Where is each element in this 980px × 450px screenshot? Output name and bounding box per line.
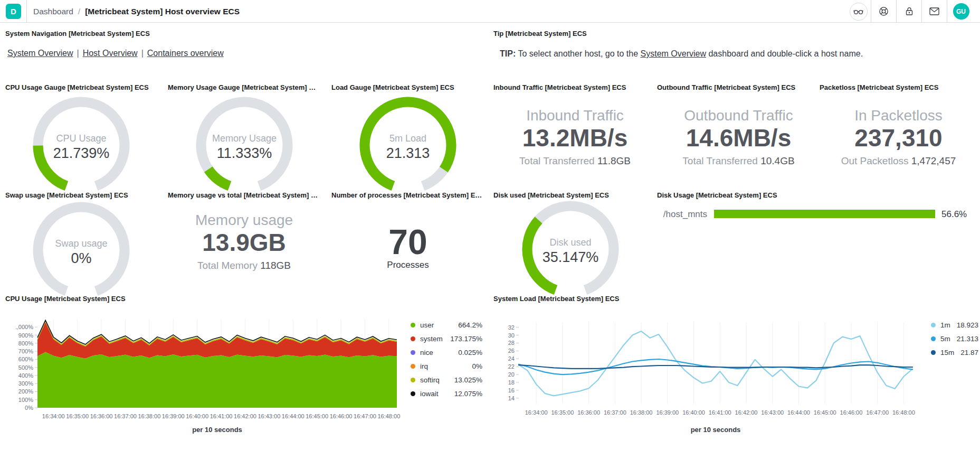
legend-value: 0.025% [458, 349, 482, 357]
legend-label: 5m [940, 335, 950, 343]
svg-text:0%: 0% [25, 405, 33, 411]
svg-text:16:38:00: 16:38:00 [630, 409, 653, 416]
svg-text:16:35:00: 16:35:00 [66, 413, 89, 419]
avatar: GU [953, 3, 969, 20]
view-mode-button[interactable] [846, 3, 871, 21]
panel-title-cpu-usage-chart[interactable]: CPU Usage [Metricbeat System] ECS [5, 295, 126, 303]
metric-sub-value: 10.4GB [760, 155, 794, 166]
link-system-overview[interactable]: System Overview [7, 49, 73, 58]
svg-text:16:47:00: 16:47:00 [866, 409, 889, 416]
legend-color-dot [931, 323, 936, 327]
link-separator: | [141, 49, 144, 58]
outbound-traffic-metric: Outbound Traffic 14.6MB/s Total Transfer… [657, 107, 820, 167]
panel-title-memory-vs-total[interactable]: Memory usage vs total [Metricbeat System… [168, 191, 318, 199]
tip-pre: To select another host, go to the [516, 49, 640, 58]
panel-title-packetloss[interactable]: Packetloss [Metricbeat System] ECS [820, 83, 938, 91]
metric-sub-value: 118GB [260, 260, 291, 271]
series-one_m-line [519, 331, 912, 396]
legend-item-user[interactable]: user664.2% [411, 318, 482, 332]
life-ring-icon [879, 6, 889, 16]
help-button[interactable] [871, 6, 896, 16]
svg-text:16:46:00: 16:46:00 [840, 409, 863, 416]
panel-title-system-navigation[interactable]: System Navigation [Metricbeat System] EC… [5, 30, 150, 38]
link-containers-overview[interactable]: Containers overview [147, 49, 224, 58]
breadcrumb-separator: / [78, 7, 80, 16]
svg-text:16:43:00: 16:43:00 [258, 413, 280, 419]
panel-title-number-of-processes[interactable]: Number of processes [Metricbeat System] … [331, 191, 482, 199]
svg-text:16:42:00: 16:42:00 [735, 409, 758, 416]
panel-title-tip[interactable]: Tip [Metricbeat System] ECS [493, 30, 587, 38]
legend-item-system[interactable]: system173.175% [411, 332, 482, 345]
legend-item-iowait[interactable]: iowait12.075% [411, 387, 482, 400]
svg-text:16:37:00: 16:37:00 [114, 413, 137, 419]
gauge-value-arc [208, 170, 230, 186]
link-separator: | [77, 49, 79, 58]
metric-sub-value: 11.8GB [597, 155, 631, 166]
svg-text:900%: 900% [18, 332, 33, 339]
legend-item-irq[interactable]: irq0% [411, 359, 482, 373]
panel-title-memory-usage-gauge[interactable]: Memory Usage Gauge [Metricbeat System] … [168, 83, 316, 91]
cpu-usage-area-chart[interactable]: 16:34:0016:35:0016:36:0016:37:0016:38:00… [16, 314, 406, 426]
svg-text:26: 26 [508, 348, 515, 354]
gauge-label: CPU Usage [31, 133, 131, 144]
metric-label: Outbound Traffic [657, 107, 820, 125]
tip-bold: TIP: [500, 49, 516, 58]
svg-text:600%: 600% [18, 356, 33, 362]
legend-label: 1m [940, 321, 950, 329]
svg-text:16:36:00: 16:36:00 [90, 413, 113, 419]
tip-link-system-overview[interactable]: System Overview [641, 49, 706, 58]
svg-text:16:34:00: 16:34:00 [525, 409, 548, 416]
system-load-line-chart[interactable]: 16:34:0016:35:0016:36:0016:37:0016:38:00… [496, 314, 925, 426]
metric-value: 13.9GB [163, 229, 326, 256]
breadcrumb-dashboard[interactable]: Dashboard [33, 7, 73, 16]
metric-value: 237,310 [817, 125, 980, 151]
legend-item-1m[interactable]: 1m18.923 [931, 318, 978, 332]
dashboard-app-icon[interactable]: D [6, 4, 21, 19]
legend-color-dot [931, 336, 936, 341]
processes-label: Processes [331, 260, 484, 270]
disk-usage-bar-track[interactable] [714, 210, 935, 218]
tip-text: TIP: To select another host, go to the S… [500, 49, 863, 59]
legend-item-softirq[interactable]: softirq13.025% [411, 373, 482, 387]
security-button[interactable] [897, 6, 921, 16]
envelope-icon [929, 7, 939, 15]
legend-value: 21.313 [957, 335, 978, 343]
glasses-icon [850, 3, 868, 21]
svg-text:500%: 500% [18, 364, 33, 371]
top-bar: D Dashboard / [Metricbeat System] Host o… [0, 0, 980, 23]
metric-label: In Packetloss [817, 107, 980, 125]
panel-title-inbound-traffic[interactable]: Inbound Traffic [Metricbeat System] ECS [493, 83, 626, 91]
legend-color-dot [411, 364, 415, 369]
gauge-value: 21.739% [31, 145, 131, 162]
gauge-label: Disk used [520, 237, 621, 248]
legend-item-nice[interactable]: nice0.025% [411, 345, 482, 359]
memory-usage-metric: Memory usage 13.9GB Total Memory 118GB [163, 211, 326, 271]
series-user-area [37, 352, 397, 408]
panel-title-outbound-traffic[interactable]: Outbound Traffic [Metricbeat System] ECS [657, 83, 795, 91]
panel-title-cpu-usage-gauge[interactable]: CPU Usage Gauge [Metricbeat System] ECS [5, 83, 149, 91]
link-host-overview[interactable]: Host Overview [83, 49, 138, 58]
legend-label: user [420, 321, 434, 329]
svg-text:30: 30 [508, 332, 515, 339]
notifications-button[interactable] [922, 7, 947, 15]
legend-item-5m[interactable]: 5m21.313 [931, 332, 978, 345]
svg-text:16:35:00: 16:35:00 [551, 409, 574, 416]
gauge-label: 5m Load [358, 133, 458, 144]
svg-text:16:45:00: 16:45:00 [814, 409, 836, 416]
panel-title-disk-used[interactable]: Disk used [Metricbeat System] ECS [493, 191, 609, 199]
metric-sub-label: Total Transferred [682, 155, 760, 166]
disk-usage-bar-fill [714, 210, 935, 218]
panel-title-system-load-chart[interactable]: System Load [Metricbeat System] ECS [493, 295, 619, 303]
series-fifteen_m-line [519, 365, 912, 369]
svg-text:16:40:00: 16:40:00 [186, 413, 208, 419]
panel-title-disk-usage[interactable]: Disk Usage [Metricbeat System] ECS [657, 191, 777, 199]
swap-usage-gauge: Swap usage 0% [31, 200, 131, 301]
panel-title-swap-usage[interactable]: Swap usage [Metricbeat System] ECS [5, 191, 128, 199]
user-menu-button[interactable]: GU [947, 3, 975, 20]
metric-value: 14.6MB/s [657, 125, 820, 151]
legend-item-15m[interactable]: 15m21.87 [931, 345, 978, 359]
panel-title-load-gauge[interactable]: Load Gauge [Metricbeat System] ECS [331, 83, 454, 91]
legend-color-dot [411, 350, 415, 355]
load-chart-legend: 1m18.9235m21.31315m21.87 [931, 318, 978, 359]
gauge-value: 21.313 [358, 145, 458, 162]
